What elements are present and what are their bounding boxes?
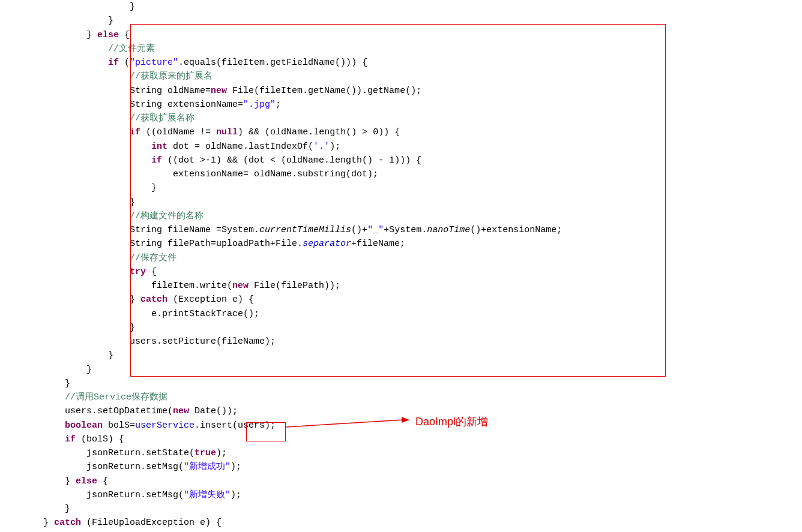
code-line: jsonReturn.setMsg("新增失败"); <box>0 490 241 500</box>
code-line: if ("picture".equals(fileItem.getFieldNa… <box>0 58 367 68</box>
code-line: } <box>0 183 157 193</box>
code-line: } catch (Exception e) { <box>0 294 254 305</box>
code-line: } else { <box>0 30 130 40</box>
code-line: jsonReturn.setMsg("新增成功"); <box>0 462 241 472</box>
code-line: extensionName= oldName.substring(dot); <box>0 169 378 179</box>
code-line: int dot = oldName.lastIndexOf('.'); <box>0 142 340 152</box>
code-line: if (bolS) { <box>0 434 124 444</box>
code-block: } } } else { //文件元素 if ("picture".equals… <box>0 0 802 532</box>
code-line: if ((dot >-1) && (dot < (oldName.length(… <box>0 155 421 166</box>
code-line: } <box>0 350 113 360</box>
code-line: } catch (FileUploadException e) { <box>0 518 222 528</box>
code-line: } <box>0 2 135 12</box>
code-line: } <box>0 323 135 333</box>
code-line: } <box>0 365 92 375</box>
code-line: users.setPicture(fileName); <box>0 336 276 347</box>
code-line: fileItem.write(new File(filePath)); <box>0 281 340 291</box>
code-line: //构建文件的名称 <box>0 211 204 221</box>
code-line: //获取扩展名称 <box>0 113 194 124</box>
code-line: } else { <box>0 476 108 486</box>
code-line: } <box>0 16 113 26</box>
code-line: if ((oldName != null) && (oldName.length… <box>0 127 400 137</box>
code-line: } <box>0 197 135 208</box>
code-line: } <box>0 378 70 389</box>
code-line: e.printStackTrace(); <box>0 309 259 319</box>
code-line: String oldName=new File(fileItem.getName… <box>0 86 421 96</box>
code-line: } <box>0 504 70 514</box>
code-line: boolean bolS=userService.insert(users); <box>0 420 276 431</box>
code-line: //保存文件 <box>0 253 176 263</box>
code-line: jsonReturn.setState(true); <box>0 448 227 458</box>
code-line: //调用Service保存数据 <box>0 392 167 402</box>
code-line: String fileName =System.currentTimeMilli… <box>0 225 562 235</box>
code-line: //文件元素 <box>0 44 155 54</box>
code-line: String extensionName=".jpg"; <box>0 100 281 110</box>
watermark: https://blog.csdn.net/weixin_44543307 <box>654 529 794 532</box>
code-line: users.setOpDatetime(new Date()); <box>0 406 238 416</box>
code-line: String filePath=uploadPath+File.separato… <box>0 239 405 249</box>
code-line: try { <box>0 267 157 277</box>
code-line: //获取原来的扩展名 <box>0 71 213 82</box>
